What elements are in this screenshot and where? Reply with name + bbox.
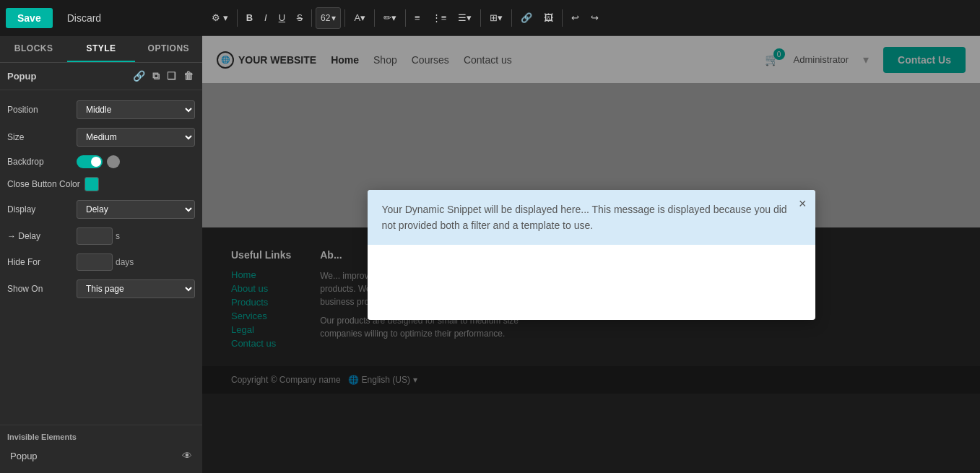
font-color-btn[interactable]: A▾ <box>349 9 370 27</box>
delay-input-group: 5 s <box>77 227 195 245</box>
visibility-toggle-icon[interactable]: 👁 <box>182 450 192 461</box>
toolbar-sep-5 <box>405 9 406 27</box>
popup-section-header: Popup 🔗 ⧉ ❑ 🗑 <box>0 63 202 90</box>
backdrop-label: Backdrop <box>7 157 72 167</box>
image-btn[interactable]: 🖼 <box>539 9 558 27</box>
popup-close-btn[interactable]: × <box>799 197 807 210</box>
delay-input[interactable]: 5 <box>77 227 113 245</box>
close-button-color-swatch[interactable] <box>84 177 99 191</box>
hide-for-input-group: 7 days <box>77 253 195 271</box>
copy-icon[interactable]: ⧉ <box>151 69 161 84</box>
hide-for-input[interactable]: 7 <box>77 253 113 271</box>
popup-overlay: × Your Dynamic Snippet will be displayed… <box>202 36 980 473</box>
backdrop-toggle[interactable] <box>77 155 103 168</box>
underline-btn[interactable]: U <box>274 9 290 27</box>
size-label: Size <box>7 132 72 142</box>
numbered-btn[interactable]: ⋮≡ <box>427 9 452 27</box>
tab-blocks[interactable]: BLOCKS <box>0 36 67 62</box>
delete-icon[interactable]: 🗑 <box>182 69 195 84</box>
show-on-row: Show On This pageAll pagesHomepage <box>0 275 202 303</box>
popup-section-title: Popup <box>7 71 36 82</box>
close-button-color-label: Close Button Color <box>7 179 80 189</box>
backdrop-toggle-container <box>77 155 120 168</box>
toolbar-sep-3 <box>344 9 345 27</box>
popup-snippet-text: Your Dynamic Snippet will be displayed h… <box>382 204 787 231</box>
position-row: Position MiddleTopBottom <box>0 96 202 123</box>
main-area: ⚙ ▾ B I U S̶ 62 ▾ A▾ ✏▾ ≡ ⋮≡ ☰▾ ⊞▾ 🔗 🖼 ↩… <box>202 0 980 473</box>
font-size-value: 62 <box>321 13 330 23</box>
font-size-group: 62 ▾ <box>316 7 341 29</box>
toolbar-sep-2 <box>311 9 312 27</box>
discard-button[interactable]: Discard <box>58 8 110 28</box>
backdrop-color-circle[interactable] <box>107 155 120 168</box>
size-select[interactable]: MediumSmallLarge <box>77 128 195 147</box>
tab-style[interactable]: STYLE <box>67 36 134 62</box>
format-dropdown-btn[interactable]: ⚙ ▾ <box>207 9 233 27</box>
hide-for-label: Hide For <box>7 257 72 267</box>
website-preview: 🌐 YOUR WEBSITE Home Shop Courses Contact… <box>202 36 980 473</box>
hide-for-unit: days <box>116 257 134 267</box>
display-select[interactable]: DelayImmediatelyOn Exit Intent <box>77 200 195 219</box>
position-label: Position <box>7 105 72 115</box>
position-select[interactable]: MiddleTopBottom <box>77 100 195 119</box>
show-on-label: Show On <box>7 284 72 294</box>
table-btn[interactable]: ⊞▾ <box>485 9 508 27</box>
popup-snippet-bar: Your Dynamic Snippet will be displayed h… <box>368 190 815 246</box>
invisible-elements-section: Invisible Elements Popup 👁 <box>0 425 202 473</box>
align-btn[interactable]: ☰▾ <box>453 9 477 27</box>
toolbar-sep-7 <box>511 9 512 27</box>
pen-btn[interactable]: ✏▾ <box>378 9 402 27</box>
delay-unit: s <box>116 231 120 241</box>
toolbar-sep-4 <box>374 9 375 27</box>
popup-content-area <box>368 245 815 303</box>
invisible-popup-name: Popup <box>10 451 38 461</box>
show-on-select[interactable]: This pageAll pagesHomepage <box>77 279 195 298</box>
bold-btn[interactable]: B <box>241 9 258 27</box>
link-btn[interactable]: 🔗 <box>516 9 537 27</box>
bullets-btn[interactable]: ≡ <box>409 9 425 27</box>
invisible-popup-item: Popup 👁 <box>7 446 195 466</box>
toolbar-sep-1 <box>237 9 238 27</box>
panel-tabs: BLOCKS STYLE OPTIONS <box>0 36 202 63</box>
display-row: Display DelayImmediatelyOn Exit Intent <box>0 196 202 223</box>
delay-row: → Delay 5 s <box>0 223 202 249</box>
close-button-color-row: Close Button Color <box>0 173 202 196</box>
editing-toolbar: ⚙ ▾ B I U S̶ 62 ▾ A▾ ✏▾ ≡ ⋮≡ ☰▾ ⊞▾ 🔗 🖼 ↩… <box>202 0 980 36</box>
strikethrough-btn[interactable]: S̶ <box>292 9 308 27</box>
invisible-elements-title: Invisible Elements <box>7 433 195 441</box>
toolbar-sep-8 <box>562 9 563 27</box>
size-row: Size MediumSmallLarge <box>0 123 202 151</box>
section-header-icons: 🔗 ⧉ ❑ 🗑 <box>131 69 195 84</box>
redo-btn[interactable]: ↪ <box>586 9 604 27</box>
italic-btn[interactable]: I <box>259 9 272 27</box>
popup-form: Position MiddleTopBottom Size MediumSmal… <box>0 90 202 425</box>
save-button[interactable]: Save <box>6 8 53 28</box>
popup-box: × Your Dynamic Snippet will be displayed… <box>368 190 815 320</box>
display-label: Display <box>7 204 72 214</box>
tab-options[interactable]: OPTIONS <box>135 36 202 62</box>
hide-for-row: Hide For 7 days <box>0 249 202 275</box>
delay-label: → Delay <box>7 231 72 241</box>
save-discard-bar: Save Discard <box>0 0 202 36</box>
toolbar-sep-6 <box>480 9 481 27</box>
duplicate-icon[interactable]: ❑ <box>165 69 178 84</box>
undo-btn[interactable]: ↩ <box>566 9 584 27</box>
link-icon[interactable]: 🔗 <box>131 69 147 84</box>
backdrop-row: Backdrop <box>0 151 202 173</box>
